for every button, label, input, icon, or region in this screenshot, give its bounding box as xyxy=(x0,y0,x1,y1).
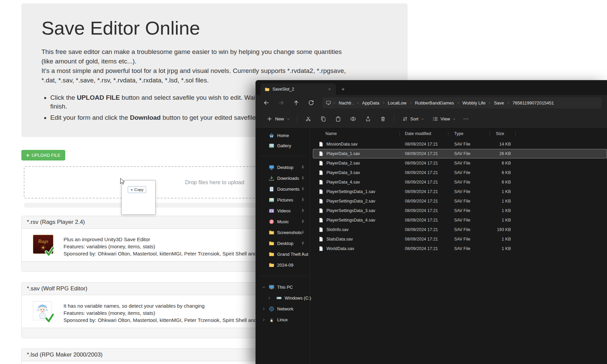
rename-button[interactable] xyxy=(345,113,360,125)
sidebar-item-icon xyxy=(269,133,274,138)
file-date-modified: 08/09/2024 17:21 xyxy=(399,161,448,166)
file-list: Name Date modified Type Size MissionData… xyxy=(310,128,607,364)
panel-line: It has no variable names, so detect your… xyxy=(64,302,271,309)
breadcrumb-segment[interactable]: Wobbly Life xyxy=(461,99,487,107)
sidebar-item[interactable]: Screenshots xyxy=(257,227,308,238)
file-row[interactable]: PlayerData_3.sav 08/09/2024 17:21 SAV Fi… xyxy=(313,168,607,177)
column-header-type[interactable]: Type xyxy=(448,130,489,138)
refresh-icon[interactable] xyxy=(305,97,317,109)
file-icon xyxy=(318,160,324,166)
file-row[interactable]: StatsData.sav 08/09/2024 17:21 SAV File … xyxy=(313,234,607,244)
file-size: 1 KB xyxy=(489,246,516,251)
tab-close-icon[interactable] xyxy=(326,85,333,93)
file-row[interactable]: PlayerSettingsData_3.sav 08/09/2024 17:2… xyxy=(313,206,607,215)
tree-chevron-icon[interactable] xyxy=(262,307,266,311)
file-size: 6 KB xyxy=(489,161,516,166)
up-icon[interactable] xyxy=(290,97,302,109)
toolbar-separator xyxy=(394,115,394,123)
column-header-date-modified[interactable]: Date modified xyxy=(399,130,448,138)
file-row[interactable]: PlayerData_4.sav 08/09/2024 17:21 SAV Fi… xyxy=(313,177,607,187)
pin-icon xyxy=(301,230,305,235)
file-date-modified: 08/09/2024 17:21 xyxy=(399,218,448,223)
dropzone-text: Drop files here to upload xyxy=(185,179,244,186)
file-size: 6 KB xyxy=(489,180,516,185)
explorer-tab[interactable]: SaveSlot_2 xyxy=(261,83,336,95)
rename-icon xyxy=(350,116,356,122)
explorer-sidebar: Home Gallery Desktop xyxy=(256,128,310,364)
cut-button[interactable] xyxy=(301,113,316,125)
file-row[interactable]: PlayerData_2.sav 08/09/2024 17:21 SAV Fi… xyxy=(313,158,607,168)
sidebar-tree-item[interactable]: Windows (C:) xyxy=(257,292,308,303)
upload-file-button[interactable]: + UPLOAD FILE xyxy=(21,150,65,160)
address-bar[interactable]: Nachti . AppData LocalLow Rubber xyxy=(322,97,602,109)
sidebar-tree-item[interactable]: Network xyxy=(257,303,308,314)
breadcrumb-segment[interactable]: Nachti . xyxy=(337,99,355,107)
file-date-modified: 08/09/2024 17:21 xyxy=(399,237,448,242)
sidebar-tree-item[interactable]: Linux xyxy=(257,314,308,325)
file-size: 1 KB xyxy=(489,237,516,242)
sidebar-item[interactable]: Downloads xyxy=(257,173,308,184)
file-row[interactable]: PlayerData_1.sav 08/09/2024 17:21 SAV Fi… xyxy=(313,149,607,158)
breadcrumb-segment[interactable]: 76561199072015451 xyxy=(511,99,556,107)
check-icon xyxy=(44,246,55,256)
sidebar-tree-item[interactable]: This PC xyxy=(257,282,308,292)
breadcrumb-segment[interactable]: Save xyxy=(492,99,506,107)
file-date-modified: 08/09/2024 17:21 xyxy=(399,142,448,147)
sidebar-item-icon xyxy=(269,165,274,170)
file-row[interactable]: MissionData.sav 08/09/2024 17:21 SAV Fil… xyxy=(313,139,607,149)
file-icon xyxy=(318,227,324,232)
file-row[interactable]: PlayerSettingsData_1.sav 08/09/2024 17:2… xyxy=(313,187,607,196)
sidebar-item-icon xyxy=(269,197,274,203)
column-header-name[interactable]: Name xyxy=(313,130,399,138)
new-tab-button[interactable] xyxy=(339,85,347,94)
ellipsis-icon xyxy=(463,116,469,122)
file-size: 1 KB xyxy=(489,189,516,194)
tree-chevron-icon[interactable] xyxy=(267,296,271,300)
sidebar-item-icon xyxy=(269,284,274,290)
sidebar-item[interactable]: Documents xyxy=(257,184,308,194)
sidebar-item[interactable]: Grand Theft Aut xyxy=(257,249,308,260)
sidebar-item-icon xyxy=(276,295,282,301)
forward-icon[interactable] xyxy=(275,97,287,109)
pin-icon xyxy=(301,187,305,191)
share-button[interactable] xyxy=(360,113,375,125)
breadcrumb-segment[interactable]: AppData xyxy=(360,99,381,107)
file-size: 1 KB xyxy=(489,208,516,213)
sort-button[interactable]: Sort xyxy=(399,114,428,124)
file-row[interactable]: PlayerSettingsData_2.sav 08/09/2024 17:2… xyxy=(313,196,607,206)
file-row[interactable]: PlayerSettingsData_4.sav 08/09/2024 17:2… xyxy=(313,215,607,225)
sidebar-item[interactable]: Home xyxy=(257,130,308,140)
tree-chevron-icon[interactable] xyxy=(262,285,266,289)
file-row[interactable]: SlotInfo.sav 08/09/2024 17:21 SAV File 1… xyxy=(313,225,607,234)
delete-button[interactable] xyxy=(375,113,390,125)
more-options-button[interactable] xyxy=(459,113,473,125)
sidebar-item[interactable]: Music xyxy=(257,216,308,227)
new-button[interactable]: New xyxy=(263,114,293,124)
file-icon xyxy=(318,236,324,242)
tree-chevron-icon[interactable] xyxy=(262,318,266,322)
sidebar-item[interactable]: Desktop xyxy=(257,162,308,173)
chevron-right-icon xyxy=(333,101,336,104)
view-button[interactable]: View xyxy=(429,114,459,124)
rags-logo-image: Rags xyxy=(33,235,53,255)
file-size: 1 KB xyxy=(489,218,516,223)
sidebar-item[interactable]: Desktop xyxy=(257,238,308,249)
clipboard-icon xyxy=(335,116,341,122)
sidebar-item[interactable]: 2024-09 xyxy=(257,260,308,270)
folder-icon xyxy=(265,87,270,92)
file-date-modified: 08/09/2024 17:21 xyxy=(399,189,448,194)
file-row[interactable]: WorldData.sav 08/09/2024 17:21 SAV File … xyxy=(313,244,607,253)
sidebar-item[interactable]: Videos xyxy=(257,205,308,216)
back-icon[interactable] xyxy=(261,97,272,109)
paste-button[interactable] xyxy=(331,113,345,125)
breadcrumb-segment[interactable]: RubberBandGames xyxy=(413,99,456,107)
breadcrumb-segment[interactable]: LocalLow xyxy=(386,99,408,107)
file-name: PlayerData_1.sav xyxy=(326,151,360,156)
chevron-right-icon xyxy=(507,101,510,104)
sidebar-item[interactable]: Pictures xyxy=(257,194,308,205)
file-explorer-window: SaveSlot_2 Nachti . AppData xyxy=(255,80,607,364)
column-header-size[interactable]: Size xyxy=(489,130,516,138)
copy-button[interactable] xyxy=(316,113,331,125)
sidebar-item[interactable]: Gallery xyxy=(257,140,308,151)
check-icon xyxy=(44,313,55,323)
